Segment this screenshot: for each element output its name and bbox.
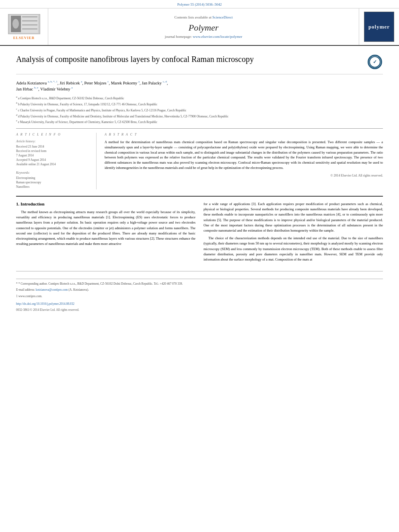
doi-line: http://dx.doi.org/10.1016/j.polymer.2014… [16, 302, 383, 306]
article-footer: * * Corresponding author. Contipro Biote… [16, 271, 383, 312]
intro-heading: 1. Introduction [16, 201, 195, 206]
sciencedirect-link[interactable]: ScienceDirect [212, 15, 232, 19]
email-label: E-mail address: [16, 288, 35, 292]
page-wrapper: Polymer 55 (2014) 5036–5042 ELSEVIER [0, 0, 399, 320]
article-body: 1. Introduction The method known as elec… [16, 196, 383, 312]
homepage-label: journal homepage: [165, 35, 192, 39]
body-two-column: 1. Introduction The method known as elec… [16, 201, 383, 265]
keyword-1: Electrospinning [16, 176, 90, 180]
journal-citation: Polymer 55 (2014) 5036–5042 [177, 2, 222, 6]
keywords-label: Keywords: [16, 171, 90, 175]
affiliation-d: d d Palacky University in Olomouc, Facul… [16, 113, 383, 119]
keyword-2: Raman spectroscopy [16, 181, 90, 184]
elsevier-label: ELSEVIER [13, 36, 35, 40]
homepage-line: journal homepage: www.elsevier.com/locat… [165, 35, 242, 39]
svg-text:✓: ✓ [373, 59, 377, 65]
polymer-logo: polymer [364, 12, 394, 42]
body-col-right: for a wide range of applications [3]. Ea… [204, 201, 383, 265]
email-link[interactable]: kotzianova@contipro.com [36, 288, 68, 292]
affiliation-c: c c Charles University in Prague, Facult… [16, 107, 383, 113]
sciencedirect-label: Contents lists available at [175, 15, 212, 19]
www-note: 1 www.contipro.com. [16, 294, 383, 298]
article-info-column: A R T I C L E I N F O Article history: R… [16, 133, 97, 189]
affiliation-e: e e Masaryk University, Faculty of Scien… [16, 119, 383, 124]
email-line: E-mail address: kotzianova@contipro.com … [16, 288, 383, 292]
authors-line: Adela Kotzianova a, b, *, 1, Jiri Rebice… [16, 80, 383, 92]
article-title: Analysis of composite nanofibrous layers… [16, 54, 367, 64]
elsevier-logo: ELSEVIER [8, 14, 40, 40]
polymer-logo-section: polymer [359, 8, 399, 45]
crossmark-logo: ✓ [367, 54, 383, 70]
affiliation-b: b b Palacky University in Olomouc, Facul… [16, 101, 383, 107]
accepted-date: Accepted 9 August 2014 [16, 158, 90, 162]
body-para-1: The method known as electrospinning attr… [16, 210, 195, 246]
article-title-section: Analysis of composite nanofibrous layers… [16, 54, 383, 74]
svg-point-2 [12, 19, 19, 29]
revised-date: 7 August 2014 [16, 154, 90, 157]
affiliations: a a Contipro Biotech s.r.o., R&D Departm… [16, 95, 383, 124]
email-note: (A. Kotzianova). [68, 288, 89, 292]
body-col-left: 1. Introduction The method known as elec… [16, 201, 195, 265]
abstract-copyright: © 2014 Elsevier Ltd. All rights reserved… [105, 174, 383, 177]
homepage-url[interactable]: www.elsevier.com/locate/polymer [193, 35, 242, 39]
affiliation-a: a a Contipro Biotech s.r.o., R&D Departm… [16, 95, 383, 101]
keyword-3: Nanofibres [16, 185, 90, 189]
doi-link[interactable]: http://dx.doi.org/10.1016/j.polymer.2014… [16, 302, 74, 306]
journal-title: Polymer [189, 23, 219, 33]
journal-header-center: Contents lists available at ScienceDirec… [48, 8, 359, 45]
journal-top-bar: Polymer 55 (2014) 5036–5042 [0, 0, 399, 8]
body-para-2: for a wide range of applications [3]. Ea… [204, 201, 383, 233]
elsevier-logo-section: ELSEVIER [0, 8, 48, 45]
available-date: Available online 21 August 2014 [16, 162, 90, 166]
elsevier-logo-image [8, 14, 40, 34]
corresponding-author: * * Corresponding author. Contipro Biote… [16, 281, 383, 286]
body-para-3: The choice of the characterization metho… [204, 236, 383, 262]
article-info-label: A R T I C L E I N F O [16, 133, 90, 136]
info-abstract-section: A R T I C L E I N F O Article history: R… [16, 128, 383, 189]
history-label: Article history: [16, 140, 90, 143]
journal-header: ELSEVIER Contents lists available at Sci… [0, 8, 399, 46]
sciencedirect-line: Contents lists available at ScienceDirec… [175, 15, 233, 19]
revised-label: Received in revised form [16, 149, 90, 153]
footer-copyright: 0032-3861/© 2014 Elsevier Ltd. All right… [16, 308, 383, 312]
abstract-text: A method for the determination of nanofi… [105, 140, 383, 170]
received-date: Received 23 June 2014 [16, 145, 90, 148]
abstract-column: A B S T R A C T A method for the determi… [105, 133, 383, 189]
article-content: Analysis of composite nanofibrous layers… [0, 46, 399, 320]
crossmark-circle: ✓ [368, 55, 382, 69]
abstract-label: A B S T R A C T [105, 133, 383, 136]
